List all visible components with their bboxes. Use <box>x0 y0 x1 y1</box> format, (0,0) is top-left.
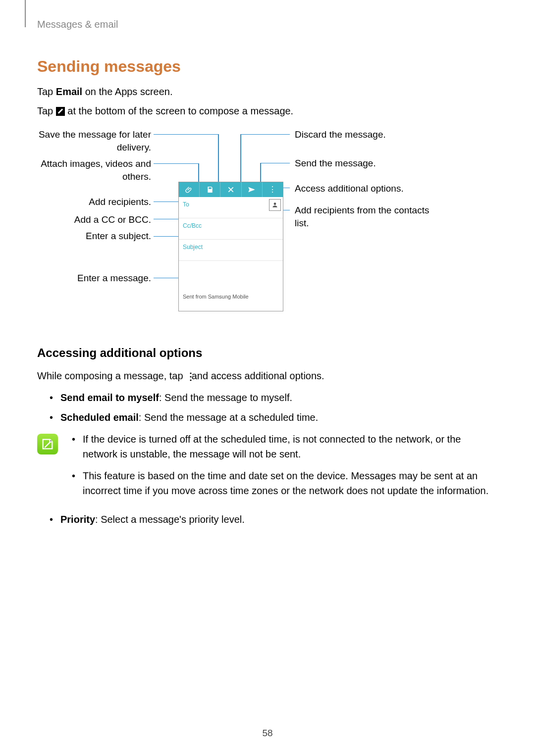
list-item: Send email to myself: Send the message t… <box>50 390 498 405</box>
list-item: Scheduled email: Send the message at a s… <box>50 410 498 425</box>
list-item: If the device is turned off at the sched… <box>72 432 498 461</box>
callout-recipients: Add recipients. <box>37 196 151 208</box>
more-icon <box>186 372 189 381</box>
text: and access additional options. <box>189 370 324 381</box>
ccbcc-field[interactable]: Cc/Bcc <box>179 218 283 240</box>
text: at the bottom of the screen to compose a… <box>65 105 293 116</box>
page-number: 58 <box>0 728 535 739</box>
contact-icon <box>271 202 278 208</box>
option-desc: : Select a message's priority level. <box>95 514 245 525</box>
callout-ccbcc: Add a CC or BCC. <box>37 213 151 226</box>
option-desc: : Send the message at a scheduled time. <box>139 412 318 423</box>
save-icon <box>206 186 214 194</box>
option-name: Send email to myself <box>60 392 159 403</box>
callout-contacts: Add recipients from the contacts list. <box>295 204 433 229</box>
discard-button[interactable] <box>220 182 241 197</box>
compose-diagram: Save the message for later delivery. Att… <box>37 128 498 326</box>
options-list-2: Priority: Select a message's priority le… <box>37 512 498 527</box>
list-item: Priority: Select a message's priority le… <box>50 512 498 527</box>
callout-send: Send the message. <box>295 157 376 170</box>
send-icon <box>248 186 256 194</box>
callout-save: Save the message for later delivery. <box>37 128 151 153</box>
to-field[interactable]: To <box>179 197 283 218</box>
more-options-button[interactable]: ⋮ <box>263 182 283 197</box>
save-draft-button[interactable] <box>200 182 220 197</box>
field-label: Subject <box>183 244 203 251</box>
option-desc: : Send the message to myself. <box>159 392 292 403</box>
paperclip-icon <box>185 186 193 194</box>
field-label: To <box>183 201 189 208</box>
subsection-intro: While composing a message, tap and acces… <box>37 369 498 383</box>
callout-discard: Discard the message. <box>295 128 386 141</box>
text: While composing a message, tap <box>37 370 186 381</box>
subject-field[interactable]: Subject <box>179 240 283 261</box>
options-list: Send email to myself: Send the message t… <box>37 390 498 425</box>
text-bold: Email <box>56 86 82 97</box>
intro-line-1: Tap Email on the Apps screen. <box>37 85 498 99</box>
subsection-title: Accessing additional options <box>37 346 498 360</box>
option-name: Priority <box>60 514 95 525</box>
note-block: If the device is turned off at the sched… <box>37 432 498 505</box>
intro-line-2: Tap at the bottom of the screen to compo… <box>37 104 498 118</box>
text: Tap <box>37 105 56 116</box>
more-icon: ⋮ <box>268 186 276 194</box>
note-icon <box>37 434 58 454</box>
attach-button[interactable] <box>179 182 200 197</box>
text: on the Apps screen. <box>82 86 172 97</box>
list-item: This feature is based on the time and da… <box>72 468 498 498</box>
field-label: Cc/Bcc <box>183 222 202 229</box>
header-rule <box>25 0 26 27</box>
text: Tap <box>37 86 56 97</box>
option-name: Scheduled email <box>60 412 139 423</box>
add-contact-button[interactable] <box>269 199 281 211</box>
send-button[interactable] <box>242 182 263 197</box>
callout-message: Enter a message. <box>37 272 151 285</box>
body-signature: Sent from Samsung Mobile <box>183 294 249 300</box>
section-title: Sending messages <box>37 57 498 76</box>
callout-options: Access additional options. <box>295 182 404 195</box>
callout-attach: Attach images, videos and others. <box>37 157 151 183</box>
compose-toolbar: ⋮ <box>179 182 283 197</box>
message-body-field[interactable]: Sent from Samsung Mobile <box>179 261 283 332</box>
callout-subject: Enter a subject. <box>37 230 151 243</box>
note-list: If the device is turned off at the sched… <box>72 432 498 505</box>
breadcrumb: Messages & email <box>37 19 498 30</box>
close-icon <box>227 186 235 194</box>
compose-icon <box>56 107 65 116</box>
compose-panel: ⋮ To Cc/Bcc Subject Sent from Samsung Mo… <box>178 182 283 311</box>
